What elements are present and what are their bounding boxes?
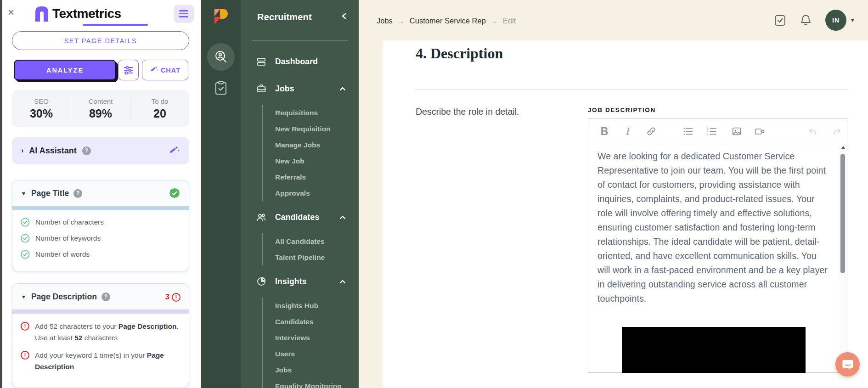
candidate-search-button[interactable] — [207, 43, 235, 71]
chevron-up-icon[interactable] — [339, 87, 346, 91]
job-description-editor[interactable]: B I 123 — [588, 118, 847, 373]
bold-icon[interactable]: B — [599, 126, 609, 136]
score-summary: SEO 30% Content 89% To do 20 — [12, 90, 189, 127]
clipboard-check-icon[interactable] — [214, 81, 227, 96]
tasks-checkbox-icon[interactable] — [774, 14, 786, 27]
chevron-down-icon[interactable]: ▼ — [21, 191, 27, 196]
list-item: Number of keywords — [12, 230, 189, 246]
sidebar-item-label: Dashboard — [275, 57, 318, 67]
sidebar-subitem-referrals[interactable]: Referrals — [275, 173, 306, 181]
job-description-text[interactable]: We are looking for a dedicated Customer … — [597, 149, 829, 306]
page-title-header[interactable]: ▼ Page Title ? — [12, 180, 189, 206]
sidebar-subitem-insights-hub[interactable]: Insights Hub — [275, 302, 318, 310]
undo-icon — [808, 126, 818, 136]
sidebar-subitem-all-candidates[interactable]: All Candidates — [275, 237, 325, 246]
main-area: Jobs → Customer Service Rep → Edit IN ▼ … — [359, 0, 868, 388]
chevron-up-icon[interactable] — [339, 215, 346, 219]
chat-label: CHAT — [161, 67, 180, 74]
sidebar-subitem-jobs[interactable]: Jobs — [275, 366, 292, 374]
sidebar-item-label: Candidates — [275, 213, 319, 222]
dashboard-icon — [256, 56, 266, 67]
breadcrumb-jobs[interactable]: Jobs — [377, 17, 393, 25]
sidebar-subitem-requisitions[interactable]: Requisitions — [275, 109, 318, 117]
settings-sliders-button[interactable] — [118, 60, 139, 80]
page-description-progress-bar — [12, 309, 189, 314]
ordered-list-icon[interactable]: 123 — [707, 126, 717, 136]
sidebar-subitem-talent-pipeline[interactable]: Talent Pipeline — [275, 253, 325, 262]
stat-todo: To do 20 — [130, 97, 189, 120]
briefcase-icon — [256, 84, 266, 94]
insert-video-icon[interactable] — [755, 126, 765, 136]
check-circle-icon — [21, 234, 30, 243]
sidebar-subitem-new-requisition[interactable]: New Requisition — [275, 125, 331, 133]
link-icon[interactable] — [646, 126, 656, 136]
avatar[interactable]: IN — [825, 10, 846, 31]
sidebar-subitem-interviews[interactable]: Interviews — [275, 334, 310, 342]
breadcrumb-edit: Edit — [503, 17, 516, 25]
editor-scrollbar[interactable] — [840, 145, 846, 372]
panel-edge — [0, 0, 2, 388]
chevron-down-icon[interactable]: ▼ — [850, 17, 855, 23]
issue-count: 3 — [165, 292, 169, 301]
ai-assistant-section[interactable]: › AI Assistant ? — [12, 137, 189, 164]
chevron-right-icon[interactable]: › — [21, 146, 23, 155]
sidebar-item-label: Jobs — [275, 84, 294, 94]
check-label: Number of characters — [35, 218, 104, 226]
chevron-down-icon[interactable]: ▼ — [21, 294, 27, 299]
analyze-button[interactable]: ANALYZE — [14, 60, 116, 80]
svg-text:3: 3 — [707, 133, 709, 136]
breadcrumb-arrow-icon: → — [398, 17, 405, 25]
chat-button[interactable]: CHAT — [142, 60, 188, 80]
italic-icon[interactable]: I — [623, 126, 633, 136]
app-rail — [201, 0, 241, 388]
recruitment-sidebar: Recruitment Dashboard Jobs Requisitions … — [241, 0, 359, 388]
help-icon[interactable]: ? — [73, 189, 82, 198]
bell-icon[interactable] — [800, 14, 812, 27]
set-page-details-button[interactable]: SET PAGE DETAILS — [12, 31, 189, 50]
sidebar-item-candidates[interactable]: Candidates — [241, 209, 359, 225]
stat-value: 20 — [130, 107, 189, 120]
page-title-label: Page Title — [31, 189, 69, 198]
close-icon[interactable]: × — [6, 7, 17, 18]
sidebar-item-dashboard[interactable]: Dashboard — [241, 53, 359, 70]
breadcrumb-customer-service-rep[interactable]: Customer Service Rep — [410, 17, 486, 25]
sidebar-subitem-manage-jobs[interactable]: Manage Jobs — [275, 141, 320, 149]
sidebar-subitem-new-job[interactable]: New Job — [275, 157, 304, 165]
sidebar-subitem-approvals[interactable]: Approvals — [275, 189, 310, 197]
sidebar-item-jobs[interactable]: Jobs — [241, 80, 359, 97]
chevron-up-icon[interactable] — [339, 280, 346, 284]
breadcrumb-arrow-icon: → — [491, 17, 498, 25]
stat-seo: SEO 30% — [12, 97, 71, 120]
scrollbar-thumb[interactable] — [840, 154, 845, 273]
embedded-image[interactable] — [622, 327, 806, 373]
stat-content: Content 89% — [71, 97, 130, 120]
topbar-actions: IN ▼ — [774, 10, 855, 31]
list-item: Number of characters — [12, 214, 189, 230]
chat-bubble-icon — [842, 359, 854, 371]
sidebar-subitem-candidates[interactable]: Candidates — [275, 318, 314, 326]
page-description-label: Page Description — [31, 292, 97, 302]
collapse-sidebar-icon[interactable] — [341, 13, 347, 19]
menu-icon[interactable] — [174, 5, 194, 23]
sidebar-subitem-equality-monitoring[interactable]: Equality Monitoring — [275, 382, 342, 388]
stat-label: To do — [130, 97, 189, 105]
sidebar-subitem-users[interactable]: Users — [275, 350, 295, 358]
insert-image-icon[interactable] — [732, 126, 742, 136]
brand-underline — [83, 24, 148, 26]
help-icon[interactable]: ? — [101, 292, 110, 301]
pinpoint-logo-icon[interactable] — [212, 6, 230, 26]
check-label: Number of words — [35, 250, 90, 259]
sidebar-item-insights[interactable]: Insights — [241, 273, 359, 290]
check-circle-icon — [21, 218, 30, 227]
job-description-label: JOB DESCRIPTION — [588, 107, 656, 113]
page-description-header[interactable]: ▼ Page Description ? 3 ! — [12, 284, 189, 309]
chat-launcher-button[interactable] — [835, 352, 860, 377]
stat-value: 30% — [12, 107, 71, 120]
svg-text:1: 1 — [707, 127, 709, 130]
tree-guide — [262, 105, 263, 201]
scroll-up-arrow[interactable] — [841, 146, 845, 149]
tree-guide — [262, 298, 263, 388]
bullet-list-icon[interactable] — [683, 126, 693, 136]
warning-icon: ! — [172, 293, 180, 302]
help-icon[interactable]: ? — [82, 146, 91, 155]
